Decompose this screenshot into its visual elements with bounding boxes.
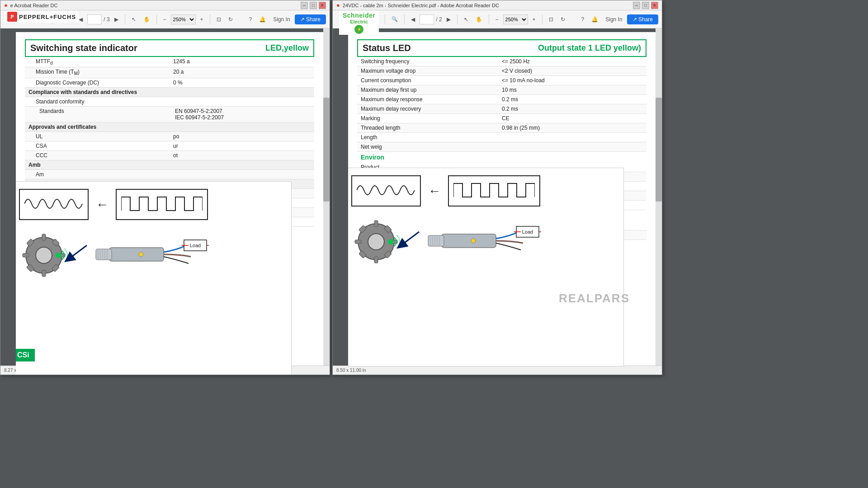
label-marking: Marking (361, 115, 502, 122)
schneider-emblem-text: ⚡ (357, 27, 362, 32)
zoom-in-btn-right[interactable]: + (530, 13, 538, 26)
cursor-icon-right: ↖ (464, 16, 468, 23)
close-btn-left[interactable]: ✕ (319, 2, 326, 9)
page-input-left[interactable]: 1 (87, 14, 102, 24)
app-icon-left: ● (4, 2, 8, 9)
value-ccc: ot (173, 152, 311, 159)
label-am: Am (28, 171, 173, 178)
help-btn-right[interactable]: ? (579, 13, 587, 26)
signin-btn-left[interactable]: Sign In (270, 13, 292, 26)
title-bar-right: ● 24VDC - cable 2m - Schneider Electric.… (333, 0, 662, 10)
value-marking: CE (502, 115, 643, 122)
help-btn-left[interactable]: ? (246, 13, 255, 26)
row-approvals: Approvals and certificates (25, 122, 314, 132)
svg-point-19 (139, 252, 143, 257)
value-threaded: 0.98 in (25 mm) (502, 125, 643, 131)
bell-btn-left[interactable]: 🔔 (256, 13, 269, 26)
minimize-btn-left[interactable]: ─ (301, 2, 308, 9)
prev-page-btn-right[interactable]: ◀ (408, 13, 418, 26)
pf-logo-area: P PEPPERL+FUCHS (5, 11, 79, 23)
section-header-left: Switching state indicator LED,yellow (25, 39, 314, 57)
label-ul: UL (28, 133, 173, 140)
label-mission-time: Mission Time (TM) (28, 69, 173, 76)
svg-rect-2 (42, 234, 46, 240)
cursor-btn-right[interactable]: ↖ (461, 13, 471, 26)
hand-btn-left[interactable]: ✋ (141, 13, 153, 26)
share-btn-left[interactable]: ↗ Share (295, 14, 326, 24)
zoom-out-icon-left: − (163, 16, 166, 23)
sensor-illustration-left: Load (19, 227, 284, 283)
row-compliance: Compliance with standards and directives (25, 88, 314, 97)
svg-rect-26 (374, 221, 378, 227)
row-volt-drop: Maximum voltage drop <2 V closed) (357, 66, 646, 76)
scrollbar-left[interactable] (323, 28, 330, 375)
schneider-logo-inner: Schneider Electric ⚡ (343, 12, 375, 34)
waveform-row-right: ← (351, 175, 616, 206)
sep2-right (404, 14, 405, 24)
next-page-btn-left[interactable]: ▶ (112, 13, 121, 26)
fit-btn-right[interactable]: ⊡ (546, 13, 556, 26)
arrow-left: ← (96, 197, 108, 212)
probe-svg-right: Load (415, 214, 541, 268)
minimize-btn-right[interactable]: ─ (633, 2, 640, 9)
maximize-btn-right[interactable]: □ (642, 2, 649, 9)
scrollbar-thumb-left (323, 98, 330, 202)
cursor-btn-left[interactable]: ↖ (129, 13, 139, 26)
row-std-conformity: Standard conformity (25, 97, 314, 107)
square-wave-box-right (448, 175, 540, 206)
svg-point-1 (36, 247, 52, 263)
row-ul: UL po (25, 132, 314, 141)
sine-wave-box-right (351, 175, 421, 206)
label-threaded: Threaded length (361, 125, 502, 131)
hand-icon-left: ✋ (143, 16, 150, 23)
zoom-in-icon-right: + (533, 16, 536, 23)
signin-btn-right[interactable]: Sign In (603, 13, 625, 26)
value-approvals (170, 124, 311, 130)
share-btn-right[interactable]: ↗ Share (627, 14, 658, 24)
zoom-out-btn-left[interactable]: − (160, 13, 169, 26)
sine-wave-svg-right (357, 179, 415, 202)
value-delay-resp: 0.2 ms (502, 96, 643, 103)
svg-point-43 (471, 239, 476, 243)
scrollbar-right[interactable] (656, 28, 662, 375)
label-approvals: Approvals and certificates (28, 124, 170, 130)
next-page-btn-right[interactable]: ▶ (444, 13, 453, 26)
row-delay-recovery: Maximum delay recovery 0.2 ms (357, 104, 646, 114)
zoom-select-right[interactable]: 250% 100% 150% (503, 14, 528, 24)
rotate-btn-right[interactable]: ↻ (558, 13, 568, 26)
zoom-in-btn-left[interactable]: + (198, 13, 206, 26)
square-wave-box-left (116, 189, 208, 220)
rotate-btn-left[interactable]: ↻ (226, 13, 236, 26)
fit-btn-left[interactable]: ⊡ (214, 13, 224, 26)
hand-btn-right[interactable]: ✋ (473, 13, 485, 26)
value-standards: EN 60947-5-2:2007 IEC 60947-5-2:2007 (175, 108, 311, 121)
diagram-overlay-left: ← (16, 181, 292, 375)
title-bar-left: ● e Acrobat Reader DC ─ □ ✕ (0, 0, 330, 10)
value-delay-first: 10 ms (502, 87, 643, 93)
sep3-right (457, 14, 458, 24)
zoom-out-btn-right[interactable]: − (493, 13, 501, 26)
section-title-right: Status LED (363, 43, 411, 53)
bell-btn-right[interactable]: 🔔 (589, 13, 601, 26)
svg-rect-28 (355, 240, 361, 244)
search-btn-right[interactable]: 🔍 (389, 13, 401, 26)
row-csa: CSA ur (25, 141, 314, 151)
square-wave-svg-left (121, 192, 203, 215)
gear-svg-right (351, 217, 401, 267)
value-ul: po (173, 133, 311, 140)
svg-rect-27 (374, 257, 378, 263)
close-btn-right[interactable]: ✕ (651, 2, 658, 9)
status-bar-right: 8.50 x 11.00 in (333, 366, 662, 375)
row-marking: Marking CE (357, 114, 646, 123)
sensor-probe-right: Load (415, 214, 541, 269)
watermark-realpars: REALPARS (559, 291, 630, 305)
maximize-btn-left[interactable]: □ (310, 2, 317, 9)
row-sw-freq: Switching frequency <= 2500 Hz (357, 57, 646, 66)
zoom-select-left[interactable]: 250% 100% 150% (171, 14, 196, 24)
share-icon-left: ↗ (300, 16, 305, 23)
value-amb (170, 162, 311, 168)
sep4-right (489, 14, 489, 24)
environ-label: Environ (361, 154, 384, 161)
page-input-right[interactable]: 1 (420, 14, 434, 24)
bell-icon-left: 🔔 (259, 16, 266, 23)
